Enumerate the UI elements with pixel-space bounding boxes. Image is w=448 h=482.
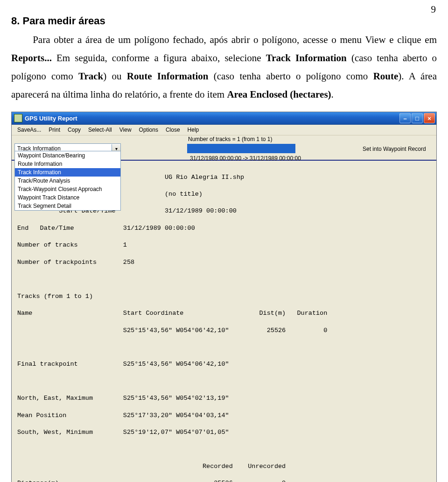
option-route-information[interactable]: Route Information [15, 160, 120, 168]
app-icon [14, 114, 22, 122]
row-mean-position: Mean Position S25°17'33,20" W054°04'03,1… [17, 411, 431, 420]
row-end-date: End Date/Time 31/12/1989 00:00:00 [17, 224, 431, 233]
text: Final trackpoint S25°15'43,56" W054°06'4… [17, 361, 229, 368]
text: ) ou [103, 71, 127, 82]
menu-options[interactable]: Options [135, 126, 162, 134]
section-heading: 8. Para medir áreas [11, 15, 437, 27]
window-buttons: – □ × [399, 113, 435, 123]
text: North, East, Maximum S25°15'43,56" W054°… [17, 395, 229, 402]
term-route-information: Route Information [127, 71, 209, 82]
option-track-waypoint-closest-approach[interactable]: Track-Waypoint Closest Approach [15, 185, 120, 193]
selection-box[interactable] [187, 144, 295, 153]
menu-print[interactable]: Print [45, 126, 64, 134]
title-bar[interactable]: GPS Utility Report – □ × [12, 112, 436, 125]
row-north-east-max: North, East, Maximum S25°15'43,56" W054°… [17, 394, 431, 403]
menu-select-all[interactable]: Select-All [84, 126, 116, 134]
text: Tracks (from 1 to 1) [17, 293, 93, 300]
window-title: GPS Utility Report [25, 115, 399, 122]
row-tracks-header: Tracks (from 1 to 1) [17, 292, 431, 301]
option-track-segment-detail[interactable]: Track Segment Detail [15, 202, 120, 210]
term-reports: Reports... [11, 52, 52, 64]
text: . [331, 89, 334, 100]
option-track-route-analysis[interactable]: Track/Route Analysis [15, 177, 120, 185]
menu-close[interactable]: Close [162, 126, 184, 134]
option-track-information[interactable]: Track Information [15, 168, 120, 177]
toolbar: Track Information ▾ Waypoint Distance/Be… [12, 135, 436, 161]
row-south-west-min: South, West, Minimum S25°19'12,07" W054°… [17, 428, 431, 437]
close-button[interactable]: × [424, 113, 435, 123]
text: Recorded Unrecorded [17, 463, 286, 470]
row-columns: Name Start Coordinate Dist(m) Duration [17, 309, 431, 318]
text: Distance(m) 25526 0 [17, 480, 286, 482]
text: End Date/Time 31/12/1989 00:00:00 [17, 225, 195, 232]
row-num-tracks: Number of tracks 1 [17, 241, 431, 249]
option-waypoint-track-distance[interactable]: Waypoint Track Distance [15, 193, 120, 202]
menu-copy[interactable]: Copy [64, 126, 84, 134]
page: 9 8. Para medir áreas Para obter a área … [0, 0, 448, 482]
menu-saveas[interactable]: SaveAs... [14, 126, 45, 134]
minimize-button[interactable]: – [399, 113, 411, 123]
text: Number of tracks 1 [17, 241, 127, 248]
term-area-enclosed: Area Enclosed (hectares) [227, 89, 331, 100]
report-type-dropdown[interactable]: Waypoint Distance/Bearing Route Informat… [14, 151, 121, 211]
page-number: 9 [431, 4, 436, 15]
text: South, West, Minimum S25°19'12,07" W054°… [17, 429, 229, 436]
report-window: GPS Utility Report – □ × SaveAs... Print… [11, 112, 437, 482]
row-distance: Distance(m) 25526 0 [17, 479, 431, 482]
row-rec-unrec-header: Recorded Unrecorded [17, 462, 431, 471]
text: Mean Position S25°17'33,20" W054°04'03,1… [17, 412, 229, 419]
text: Em seguida, conforme a figura abaixo, se… [52, 52, 266, 64]
option-waypoint-distance-bearing[interactable]: Waypoint Distance/Bearing [15, 151, 120, 160]
text: S25°15'43,56" W054°06'42,10" 25526 0 [17, 327, 327, 334]
menu-view[interactable]: View [116, 126, 135, 134]
term-track: Track [78, 71, 103, 82]
set-into-waypoint-record-label: Set into Waypoint Record [357, 143, 432, 152]
term-route: Route [373, 71, 399, 82]
maximize-button[interactable]: □ [412, 113, 423, 123]
text: Number of trackpoints 258 [17, 259, 134, 266]
tracks-summary-label: Number of tracks = 1 (from 1 to 1) [188, 136, 272, 142]
row-final-trackpoint: Final trackpoint S25°15'43,56" W054°06'4… [17, 360, 431, 369]
body-paragraph: Para obter a área de um polígono fechado… [11, 31, 437, 103]
menu-help[interactable]: Help [184, 126, 203, 134]
text: Name Start Coordinate Dist(m) Duration [17, 310, 327, 317]
text: (caso tenha aberto o polígono como [208, 71, 373, 82]
term-track-information: Track Information [266, 52, 347, 64]
row-num-trackpoints: Number of trackpoints 258 [17, 258, 431, 267]
text: Para obter a área de um polígono fechado… [33, 34, 437, 45]
row-track-entry: S25°15'43,56" W054°06'42,10" 25526 0 [17, 326, 431, 335]
